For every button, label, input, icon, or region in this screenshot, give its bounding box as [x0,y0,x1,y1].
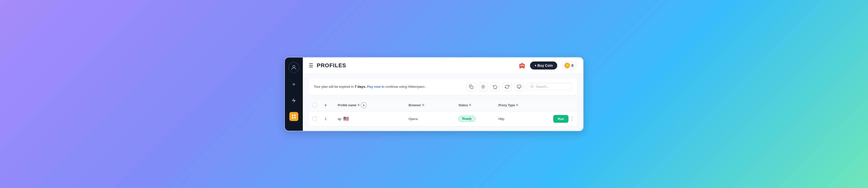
row-actions: Run ⋮ [553,115,573,123]
copy-profiles-button[interactable] [467,82,476,91]
sidebar-lightning-icon[interactable] [289,96,298,105]
profile-flag: 🇺🇸 [343,116,349,122]
content-area: Your plan will be expired in 7 days. Pay… [303,74,583,131]
sidebar-add-icon[interactable]: + [289,80,298,89]
coin-amount: 0 [571,63,574,68]
pay-now-link[interactable]: Pay now [367,85,381,88]
search-box [527,83,572,90]
app-container: + ☰ PROFILES [284,57,584,131]
sidebar-grid-icon[interactable] [289,112,298,121]
svg-marker-1 [292,98,296,103]
coin-balance: 🪙 0 [561,61,577,70]
banner-text-before: Your plan will be expired in [314,85,355,88]
sidebar: + [285,57,303,131]
robot-icon [518,61,527,70]
col-header-num: # [325,104,338,107]
svg-rect-15 [471,86,473,88]
sidebar-avatar[interactable] [288,62,299,73]
svg-point-16 [483,86,484,87]
select-all-checkbox[interactable] [313,103,317,107]
profile-name-text: sp [338,117,341,121]
svg-point-20 [531,85,533,88]
svg-rect-14 [523,67,524,68]
row-checkbox-col [313,117,325,121]
browser-cell: Opera [408,117,459,121]
row-number: 1 [325,117,338,121]
sort-status-icon[interactable]: ⇅ [469,104,471,107]
sync-button[interactable] [503,82,512,91]
run-button[interactable]: Run [553,115,568,123]
banner-days: 7 days. [355,85,366,88]
more-options-button[interactable]: ⋮ [570,115,575,122]
proxy-type-cell: Http [498,117,553,121]
col-header-status: Status ⇅ [459,104,498,107]
svg-rect-17 [517,85,521,88]
banner: Your plan will be expired in 7 days. Pay… [309,78,577,95]
header: ☰ PROFILES + [303,57,583,74]
header-right: + Buy Coin 🪙 0 [518,61,577,70]
svg-rect-13 [520,67,521,68]
table-header-row: # Profile name ⇅ + Browser ⇅ Status ⇅ [309,99,577,111]
svg-rect-9 [520,65,521,66]
col-header-profile-name: Profile name ⇅ + [338,102,408,108]
menu-icon[interactable]: ☰ [309,62,313,69]
sort-proxy-icon[interactable]: ⇅ [516,104,518,107]
col-header-browser: Browser ⇅ [408,104,459,107]
search-input[interactable] [536,85,568,88]
add-profile-button[interactable]: + [361,102,367,108]
banner-actions [467,82,572,91]
profiles-table: # Profile name ⇅ + Browser ⇅ Status ⇅ [309,99,577,126]
svg-rect-3 [294,114,296,116]
svg-rect-4 [292,117,293,118]
svg-line-21 [533,87,533,88]
search-icon [530,85,534,88]
svg-rect-2 [292,114,293,116]
svg-point-0 [293,65,295,68]
row-checkbox[interactable] [313,117,317,121]
sort-browser-icon[interactable]: ⇅ [422,104,424,107]
coin-icon: 🪙 [564,63,570,68]
sort-profile-name-icon[interactable]: ⇅ [358,104,360,107]
status-cell: Ready [459,116,498,122]
col-header-proxy-type: Proxy Type ⇅ [498,104,553,107]
svg-rect-10 [522,65,523,66]
svg-rect-12 [522,63,522,63]
buy-coin-button[interactable]: + Buy Coin [530,61,557,70]
screen-button[interactable] [515,82,524,91]
table-row: 1 sp 🇺🇸 Opera Ready Http Run ⋮ [309,111,577,126]
status-badge: Ready [459,116,475,122]
history-button[interactable] [491,82,500,91]
refresh-settings-button[interactable] [479,82,488,91]
svg-rect-5 [294,117,296,118]
main-content: ☰ PROFILES + [303,57,583,131]
select-all-checkbox-col [313,103,325,107]
header-left: ☰ PROFILES [309,62,346,69]
profile-name-cell: sp 🇺🇸 [338,116,408,122]
page-title: PROFILES [317,62,346,69]
banner-text: Your plan will be expired in 7 days. Pay… [314,85,426,88]
banner-text-after: to continue using Hidemyacc. [381,85,426,88]
